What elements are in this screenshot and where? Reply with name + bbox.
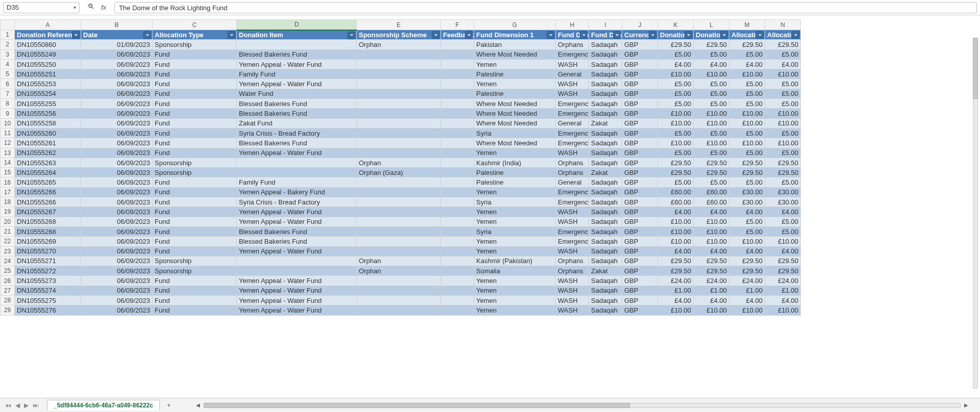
cell[interactable]: Fund [153, 207, 237, 217]
cell[interactable]: DN10555268 [15, 226, 81, 236]
column-header[interactable]: D [237, 20, 357, 30]
column-header[interactable]: K [658, 20, 694, 30]
cell[interactable]: GBP [622, 69, 658, 79]
scroll-right-icon[interactable]: ▶ [963, 402, 970, 409]
cell[interactable]: Palestine [474, 177, 556, 187]
row-header[interactable]: 24 [1, 256, 15, 266]
cell[interactable]: GBP [622, 118, 658, 128]
cell[interactable]: Family Fund [237, 177, 357, 187]
cell[interactable]: £30.00 [729, 197, 765, 207]
cell[interactable]: Yemen [474, 246, 556, 256]
cell[interactable] [357, 187, 441, 197]
cell[interactable]: £29.50 [694, 168, 729, 177]
cell[interactable]: £29.50 [765, 158, 801, 167]
filter-dropdown-icon[interactable] [684, 31, 692, 39]
cell[interactable]: Emergency [556, 49, 589, 59]
cell[interactable]: Yemen [474, 286, 556, 295]
cell[interactable]: Sadaqah [589, 177, 622, 187]
name-box[interactable]: D35 ▾ [3, 2, 80, 13]
cell[interactable]: Where Most Needed [474, 109, 556, 118]
cell[interactable]: GBP [622, 207, 658, 217]
cell[interactable]: £10.00 [658, 305, 694, 315]
cell[interactable]: £29.50 [694, 256, 729, 266]
cell[interactable]: Water Fund [237, 89, 357, 98]
cell[interactable]: Blessed Bakeries Fund [237, 49, 357, 59]
cell[interactable]: £4.00 [694, 296, 729, 305]
cell[interactable]: DN10555260 [15, 128, 81, 138]
cell[interactable]: £29.50 [729, 158, 765, 167]
cell[interactable] [441, 148, 474, 158]
cell[interactable]: £29.50 [658, 256, 694, 266]
filter-dropdown-icon[interactable] [613, 31, 621, 39]
cell[interactable]: 06/09/2023 [81, 128, 153, 138]
cell[interactable]: Zakat [589, 168, 622, 177]
sheet-nav-last-icon[interactable]: ⏭ [32, 401, 40, 410]
cell[interactable]: Sadaqah [589, 99, 622, 109]
table-header-cell[interactable]: Allocation Type [153, 30, 237, 40]
cell[interactable] [237, 266, 357, 276]
cell[interactable]: Sadaqah [589, 109, 622, 118]
cell[interactable]: 06/09/2023 [81, 69, 153, 79]
cell[interactable]: DN10555249 [15, 49, 81, 59]
cell[interactable]: Sadaqah [589, 256, 622, 266]
cell[interactable] [441, 49, 474, 59]
cell[interactable]: Sadaqah [589, 246, 622, 256]
cell[interactable]: WASH [556, 286, 589, 295]
table-header-cell[interactable]: Sponsorship Scheme [357, 30, 441, 40]
cell[interactable]: £5.00 [658, 128, 694, 138]
cell[interactable]: Yemen [474, 296, 556, 305]
cell[interactable]: £5.00 [765, 148, 801, 158]
cell[interactable]: Yemen [474, 276, 556, 286]
cell[interactable]: £10.00 [658, 237, 694, 246]
cell[interactable]: £4.00 [694, 207, 729, 217]
cell[interactable]: £10.00 [658, 226, 694, 236]
cell[interactable]: £10.00 [729, 69, 765, 79]
cell[interactable]: Yemen [474, 305, 556, 315]
cell[interactable]: Sadaqah [589, 138, 622, 148]
cell[interactable]: DN10555250 [15, 59, 81, 69]
cell[interactable]: Emergency [556, 138, 589, 148]
cell[interactable]: Fund [153, 296, 237, 305]
cell[interactable] [237, 40, 357, 49]
cell[interactable]: Sadaqah [589, 49, 622, 59]
cell[interactable] [357, 276, 441, 286]
cell[interactable]: Emergency [556, 237, 589, 246]
filter-dropdown-icon[interactable] [432, 31, 439, 39]
cell[interactable]: DN10555266 [15, 197, 81, 207]
cell[interactable]: DN10555266 [15, 187, 81, 197]
filter-dropdown-icon[interactable] [792, 31, 799, 39]
cell[interactable]: Syria Crisis - Bread Factory [237, 197, 357, 207]
row-header[interactable]: 7 [1, 89, 15, 98]
cell[interactable]: £5.00 [658, 79, 694, 89]
cell[interactable]: WASH [556, 305, 589, 315]
select-all-corner[interactable] [1, 20, 15, 30]
cell[interactable]: £29.50 [765, 256, 801, 266]
cell[interactable]: Syria [474, 197, 556, 207]
cell[interactable]: Sadaqah [589, 207, 622, 217]
cell[interactable]: £29.50 [765, 40, 801, 49]
cell[interactable]: DN10555253 [15, 79, 81, 89]
cell[interactable]: Yemen Appeal - Water Fund [237, 79, 357, 89]
cell[interactable]: Sadaqah [589, 59, 622, 69]
cell[interactable]: Fund [153, 286, 237, 295]
column-header[interactable]: E [357, 20, 441, 30]
cell[interactable]: DN10555258 [15, 118, 81, 128]
cell[interactable]: £5.00 [765, 89, 801, 98]
cell[interactable]: £60.00 [694, 187, 729, 197]
cell[interactable]: 06/09/2023 [81, 177, 153, 187]
cell[interactable]: DN10555263 [15, 158, 81, 167]
cell[interactable]: GBP [622, 109, 658, 118]
row-header[interactable]: 14 [1, 158, 15, 167]
cell[interactable]: Zakat Fund [237, 118, 357, 128]
cell[interactable]: 06/09/2023 [81, 79, 153, 89]
cell[interactable] [357, 237, 441, 246]
cell[interactable]: £30.00 [765, 197, 801, 207]
cell[interactable]: Yemen [474, 237, 556, 246]
table-header-cell[interactable]: Allocation [765, 30, 801, 40]
cell[interactable]: £29.50 [694, 266, 729, 276]
cell[interactable]: 06/09/2023 [81, 246, 153, 256]
row-header[interactable]: 6 [1, 79, 15, 89]
cell[interactable]: £4.00 [729, 59, 765, 69]
cell[interactable] [441, 286, 474, 295]
cell[interactable]: GBP [622, 128, 658, 138]
